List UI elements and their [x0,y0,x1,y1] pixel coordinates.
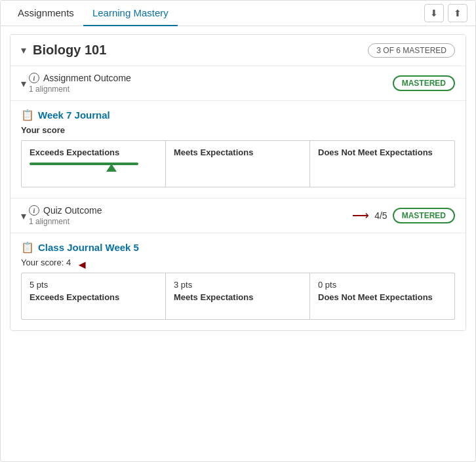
cell-label-dnm-week7: Does Not Meet Expectations [318,147,446,157]
tabs-bar: Assignments Learning Mastery ⬇ ⬆ [1,1,475,26]
info-icon-1[interactable]: i [29,73,39,83]
score-cell-meets-week7: Meets Expectations [166,141,310,187]
upload-button[interactable]: ⬆ [448,4,467,22]
score-arrow-icon: ⟶ [352,208,369,223]
score-cell-exceeds-week7: Exceeds Expectations [22,141,166,187]
quiz-score-value: 4/5 [374,210,387,221]
download-icon: ⬇ [430,8,438,18]
section-card: ▾ Biology 101 3 OF 6 MASTERED ▾ i Assign… [10,34,466,331]
outcome-alignment-1: 1 alignment [29,85,131,94]
cell-content-exceeds: Exceeds Expectations [30,147,157,172]
upload-icon: ⬆ [454,8,462,18]
score-cell-dnm-week5: 0 pts Does Not Meet Expectations [310,273,454,319]
assignment-title-week7[interactable]: 📋 Week 7 Journal [21,109,455,121]
score-cell-exceeds-week5: 5 pts Exceeds Expectations [22,273,166,319]
your-score-label-week7: Your score [21,125,455,135]
cell-label-exceeds-week5: Exceeds Expectations [30,292,157,302]
score-indicator-week7 [30,163,157,172]
outcome-info-1: i Assignment Outcome 1 alignment [29,73,131,94]
section-title: Biology 101 [33,43,106,58]
outcome-row-quiz: ▾ i Quiz Outcome 1 alignment ⟶ 4/5 MASTE… [10,198,466,233]
tab-learning-mastery[interactable]: Learning Mastery [83,1,178,26]
outcome-info-2: i Quiz Outcome 1 alignment [29,205,102,226]
your-score-arrow: ◄ [76,258,88,272]
collapse-chevron[interactable]: ▾ [21,44,26,56]
cell-label-meets-week5: Meets Expectations [174,292,302,302]
score-cell-meets-week5: 3 pts Meets Expectations [166,273,310,319]
mastery-count-badge: 3 OF 6 MASTERED [368,43,455,58]
tab-assignments[interactable]: Assignments [9,1,83,26]
cell-pts-meets-week5: 3 pts [174,280,302,290]
info-icon-2[interactable]: i [29,205,39,216]
outcome-chevron-1[interactable]: ▾ [21,77,26,90]
outcome-title-2: i Quiz Outcome [29,205,102,216]
outcome-alignment-2: 1 alignment [29,217,102,226]
score-grid-week7: Exceeds Expectations Meets Expectations [21,140,455,187]
mastered-badge-2: MASTERED [393,208,455,223]
download-button[interactable]: ⬇ [424,4,444,22]
score-with-arrow-area: Your score: 4 ◄ [21,258,455,273]
cell-label-exceeds-week7: Exceeds Expectations [30,147,157,157]
outcome-chevron-2[interactable]: ▾ [21,210,26,222]
score-grid-week5: 5 pts Exceeds Expectations 3 pts Meets E… [21,273,455,320]
green-triangle-indicator [106,164,117,172]
journal-icon-1: 📋 [21,109,34,121]
outcome-title-1: i Assignment Outcome [29,73,131,83]
section-header: ▾ Biology 101 3 OF 6 MASTERED [10,35,466,66]
green-bar [30,163,138,165]
assignment-title-week5[interactable]: 📋 Class Journal Week 5 [21,241,455,254]
cell-pts-exceeds-week5: 5 pts [30,280,157,290]
score-cell-dnm-week7: Does Not Meet Expectations [310,141,454,187]
your-score-label-week5: Your score: 4 [21,258,71,267]
mastered-badge-1: MASTERED [393,75,455,91]
cell-pts-dnm-week5: 0 pts [318,280,446,290]
cell-label-dnm-week5: Does Not Meet Expectations [318,292,446,302]
assignment-card-week7: 📋 Week 7 Journal Your score Exceeds Expe… [10,100,466,198]
cell-label-meets-week7: Meets Expectations [174,147,302,157]
app-container: Assignments Learning Mastery ⬇ ⬆ ▾ Biolo… [0,0,476,462]
outcome-row-assignment: ▾ i Assignment Outcome 1 alignment MASTE… [10,66,466,100]
main-content: ▾ Biology 101 3 OF 6 MASTERED ▾ i Assign… [1,26,475,345]
journal-icon-2: 📋 [21,241,34,254]
tab-actions: ⬇ ⬆ [424,4,467,22]
outcome-score-area: ⟶ 4/5 MASTERED [352,208,455,223]
assignment-card-week5: 📋 Class Journal Week 5 Your score: 4 ◄ 5… [10,233,466,330]
